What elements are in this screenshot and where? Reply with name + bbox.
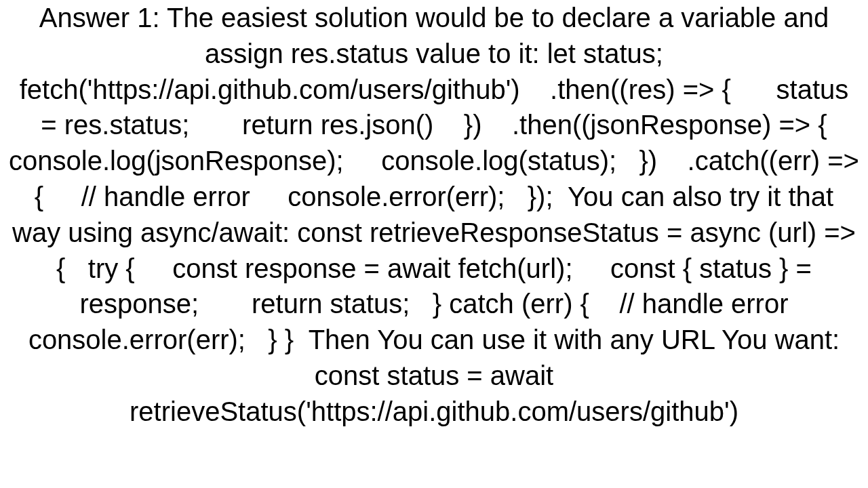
answer-text-block: Answer 1: The easiest solution would be … [0, 0, 868, 488]
